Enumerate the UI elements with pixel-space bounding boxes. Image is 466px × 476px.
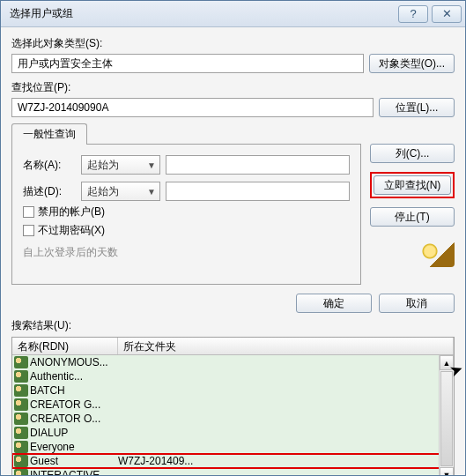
tab-general-query[interactable]: 一般性查询 [11, 123, 87, 145]
location-label: 查找位置(P): [11, 80, 455, 95]
table-row[interactable]: CREATOR G... [12, 398, 454, 412]
desc-mode-value: 起始为 [87, 184, 119, 199]
row-name: ANONYMOUS... [30, 355, 118, 369]
row-name: CREATOR O... [30, 412, 118, 426]
search-icon [418, 241, 455, 267]
col-header-name[interactable]: 名称(RDN) [12, 338, 118, 354]
user-icon [14, 398, 28, 411]
table-row[interactable]: Authentic... [12, 369, 454, 383]
locations-button[interactable]: 位置(L)... [379, 98, 455, 117]
user-icon [14, 469, 28, 475]
days-since-login-label: 自上次登录后的天数 [23, 245, 118, 260]
row-name: Everyone [30, 440, 118, 454]
user-icon [14, 413, 28, 425]
dialog-window: 选择用户或组 ? ✕ 选择此对象类型(S): 对象类型(O)... 查找位置(P… [0, 0, 466, 476]
columns-button[interactable]: 列(C)... [370, 144, 455, 163]
user-icon [14, 427, 28, 439]
checkbox-icon [23, 206, 34, 218]
user-icon [14, 356, 28, 368]
checkbox-icon [23, 225, 34, 236]
stop-button[interactable]: 停止(T) [370, 207, 455, 227]
desc-input[interactable] [166, 182, 350, 201]
tab-body: 名称(A): 起始为 ▼ 描述(D): 起始为 ▼ [11, 144, 361, 285]
results-header: 名称(RDN) 所在文件夹 [12, 338, 454, 355]
desc-mode-combo[interactable]: 起始为 ▼ [81, 182, 160, 201]
row-name: DIALUP [30, 426, 118, 440]
table-row[interactable]: Everyone [12, 440, 454, 454]
row-name: CREATOR G... [30, 398, 118, 412]
chevron-down-icon: ▼ [147, 160, 156, 170]
table-row[interactable]: ANONYMOUS... [12, 355, 454, 369]
vertical-scrollbar[interactable]: ▲ ▼ [439, 355, 454, 475]
row-name: BATCH [30, 383, 118, 398]
side-buttons: 列(C)... 立即查找(N) 停止(T) [370, 144, 455, 267]
results-body[interactable]: ANONYMOUS...Authentic...BATCHCREATOR G..… [12, 355, 454, 475]
name-mode-value: 起始为 [87, 158, 119, 173]
chk-noexpire-label: 不过期密码(X) [38, 223, 105, 238]
name-input[interactable] [166, 155, 350, 175]
table-row[interactable]: GuestW7ZJ-201409... [12, 454, 454, 468]
table-row[interactable]: INTERACTIVE [12, 468, 454, 475]
chk-disabled-label: 禁用的帐户(B) [38, 205, 105, 219]
titlebar-buttons: ? ✕ [398, 5, 462, 23]
query-row: 一般性查询 名称(A): 起始为 ▼ 描述(D): 起始为 ▼ [11, 124, 455, 285]
row-name: INTERACTIVE [30, 468, 118, 475]
titlebar: 选择用户或组 ? ✕ [1, 1, 465, 27]
table-row[interactable]: CREATOR O... [12, 412, 454, 426]
object-type-label: 选择此对象类型(S): [11, 36, 455, 51]
results-list: 名称(RDN) 所在文件夹 ANONYMOUS...Authentic...BA… [11, 337, 455, 475]
help-button[interactable]: ? [398, 5, 428, 23]
row-name: Guest [30, 454, 118, 468]
cancel-button[interactable]: 取消 [379, 294, 455, 313]
scroll-up-icon[interactable]: ▲ [440, 355, 454, 370]
window-title: 选择用户或组 [10, 6, 398, 21]
name-label: 名称(A): [23, 158, 76, 173]
find-now-highlight: 立即查找(N) [370, 172, 455, 198]
close-button[interactable]: ✕ [432, 5, 462, 23]
scroll-down-icon[interactable]: ▼ [440, 467, 454, 475]
chk-disabled-accounts[interactable]: 禁用的帐户(B) [23, 205, 350, 219]
table-row[interactable]: DIALUP [12, 426, 454, 440]
results-label: 搜索结果(U): [11, 318, 455, 333]
object-types-button[interactable]: 对象类型(O)... [369, 54, 455, 73]
object-type-field[interactable] [11, 54, 364, 73]
find-now-button[interactable]: 立即查找(N) [374, 175, 451, 195]
user-icon [14, 370, 28, 383]
dialog-body: 选择此对象类型(S): 对象类型(O)... 查找位置(P): 位置(L)...… [1, 27, 465, 475]
user-icon [14, 441, 28, 453]
row-name: Authentic... [30, 369, 118, 383]
row-folder: W7ZJ-201409... [118, 454, 454, 468]
location-field[interactable] [11, 98, 374, 117]
dialog-buttons: 确定 取消 [11, 294, 455, 313]
table-row[interactable]: BATCH [12, 383, 454, 398]
tabs-wrap: 一般性查询 名称(A): 起始为 ▼ 描述(D): 起始为 ▼ [11, 124, 361, 285]
scroll-thumb[interactable] [440, 371, 453, 466]
name-mode-combo[interactable]: 起始为 ▼ [81, 155, 160, 175]
user-icon [14, 384, 28, 397]
chevron-down-icon: ▼ [147, 187, 156, 197]
chk-noexpire-password[interactable]: 不过期密码(X) [23, 223, 350, 238]
user-icon [14, 455, 28, 467]
col-header-folder[interactable]: 所在文件夹 [118, 338, 454, 354]
ok-button[interactable]: 确定 [296, 294, 372, 313]
desc-label: 描述(D): [23, 184, 76, 199]
